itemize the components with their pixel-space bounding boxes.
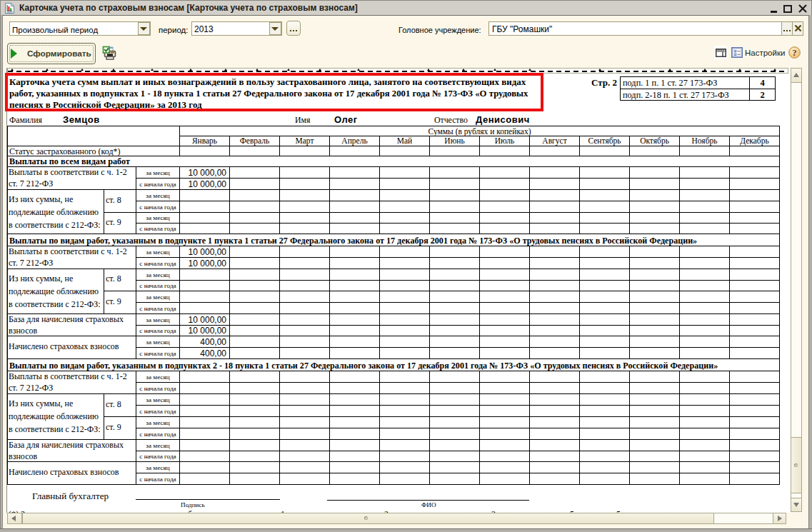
svg-text:?: ? [792,47,797,58]
